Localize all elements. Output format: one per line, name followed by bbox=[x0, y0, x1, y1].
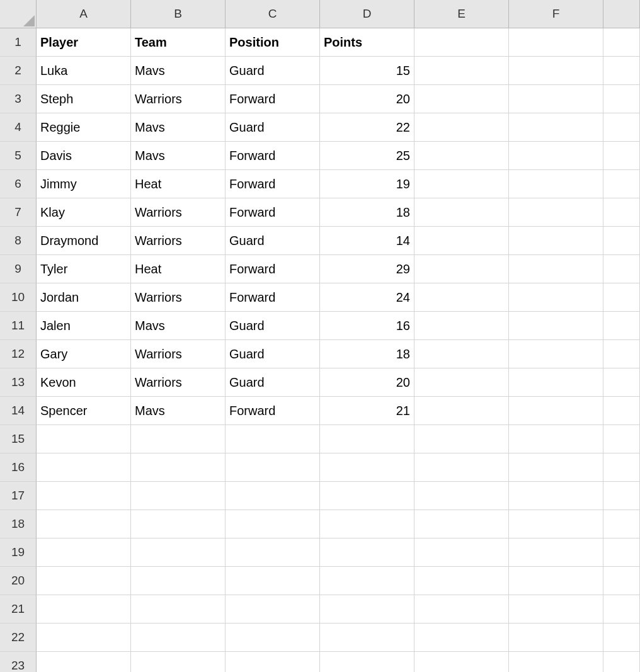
cell-D3[interactable]: 20 bbox=[320, 85, 414, 113]
cell-B2[interactable]: Mavs bbox=[131, 57, 226, 85]
cell-A12[interactable]: Gary bbox=[37, 340, 131, 368]
cell-C3[interactable]: Forward bbox=[226, 85, 320, 113]
cell-E21[interactable] bbox=[414, 595, 509, 624]
cell-overflow-16[interactable] bbox=[603, 453, 640, 482]
cell-A10[interactable]: Jordan bbox=[37, 283, 131, 312]
cell-E3[interactable] bbox=[414, 85, 509, 113]
row-header-5[interactable]: 5 bbox=[0, 142, 37, 170]
row-header-9[interactable]: 9 bbox=[0, 255, 37, 283]
cell-E2[interactable] bbox=[414, 57, 509, 85]
cell-F14[interactable] bbox=[509, 397, 603, 425]
cell-D10[interactable]: 24 bbox=[320, 283, 414, 312]
col-header-B[interactable]: B bbox=[131, 0, 226, 28]
row-header-1[interactable]: 1 bbox=[0, 28, 37, 57]
col-header-C[interactable]: C bbox=[226, 0, 320, 28]
cell-C18[interactable] bbox=[226, 510, 320, 538]
cell-overflow-13[interactable] bbox=[603, 368, 640, 397]
cell-overflow-22[interactable] bbox=[603, 624, 640, 652]
col-header-E[interactable]: E bbox=[414, 0, 509, 28]
cell-F23[interactable] bbox=[509, 652, 603, 672]
cell-D4[interactable]: 22 bbox=[320, 113, 414, 142]
row-header-3[interactable]: 3 bbox=[0, 85, 37, 113]
cell-A3[interactable]: Steph bbox=[37, 85, 131, 113]
cell-B10[interactable]: Warriors bbox=[131, 283, 226, 312]
cell-overflow-7[interactable] bbox=[603, 198, 640, 227]
cell-C2[interactable]: Guard bbox=[226, 57, 320, 85]
cell-D15[interactable] bbox=[320, 425, 414, 453]
cell-A17[interactable] bbox=[37, 482, 131, 510]
row-header-20[interactable]: 20 bbox=[0, 567, 37, 595]
cell-E1[interactable] bbox=[414, 28, 509, 57]
cell-B6[interactable]: Heat bbox=[131, 170, 226, 198]
cell-B7[interactable]: Warriors bbox=[131, 198, 226, 227]
cell-D6[interactable]: 19 bbox=[320, 170, 414, 198]
cell-E6[interactable] bbox=[414, 170, 509, 198]
cell-F6[interactable] bbox=[509, 170, 603, 198]
cell-B4[interactable]: Mavs bbox=[131, 113, 226, 142]
row-header-21[interactable]: 21 bbox=[0, 595, 37, 624]
cell-overflow-8[interactable] bbox=[603, 227, 640, 255]
cell-B22[interactable] bbox=[131, 624, 226, 652]
cell-C12[interactable]: Guard bbox=[226, 340, 320, 368]
cell-E15[interactable] bbox=[414, 425, 509, 453]
cell-D12[interactable]: 18 bbox=[320, 340, 414, 368]
cell-D18[interactable] bbox=[320, 510, 414, 538]
row-header-17[interactable]: 17 bbox=[0, 482, 37, 510]
cell-F22[interactable] bbox=[509, 624, 603, 652]
cell-B1[interactable]: Team bbox=[131, 28, 226, 57]
cell-E16[interactable] bbox=[414, 453, 509, 482]
cell-overflow-18[interactable] bbox=[603, 510, 640, 538]
cell-B17[interactable] bbox=[131, 482, 226, 510]
cell-E17[interactable] bbox=[414, 482, 509, 510]
cell-D9[interactable]: 29 bbox=[320, 255, 414, 283]
cell-A4[interactable]: Reggie bbox=[37, 113, 131, 142]
cell-overflow-20[interactable] bbox=[603, 567, 640, 595]
row-header-11[interactable]: 11 bbox=[0, 312, 37, 340]
cell-C13[interactable]: Guard bbox=[226, 368, 320, 397]
cell-D20[interactable] bbox=[320, 567, 414, 595]
cell-E20[interactable] bbox=[414, 567, 509, 595]
cell-C14[interactable]: Forward bbox=[226, 397, 320, 425]
cell-overflow-19[interactable] bbox=[603, 538, 640, 567]
cell-A16[interactable] bbox=[37, 453, 131, 482]
cell-A11[interactable]: Jalen bbox=[37, 312, 131, 340]
cell-overflow-11[interactable] bbox=[603, 312, 640, 340]
cell-F3[interactable] bbox=[509, 85, 603, 113]
cell-F9[interactable] bbox=[509, 255, 603, 283]
cell-overflow-5[interactable] bbox=[603, 142, 640, 170]
row-header-14[interactable]: 14 bbox=[0, 397, 37, 425]
cell-F21[interactable] bbox=[509, 595, 603, 624]
cell-F7[interactable] bbox=[509, 198, 603, 227]
cell-C8[interactable]: Guard bbox=[226, 227, 320, 255]
cell-D2[interactable]: 15 bbox=[320, 57, 414, 85]
cell-D21[interactable] bbox=[320, 595, 414, 624]
cell-B20[interactable] bbox=[131, 567, 226, 595]
cell-B12[interactable]: Warriors bbox=[131, 340, 226, 368]
cell-overflow-1[interactable] bbox=[603, 28, 640, 57]
cell-D1[interactable]: Points bbox=[320, 28, 414, 57]
cell-C19[interactable] bbox=[226, 538, 320, 567]
cell-overflow-6[interactable] bbox=[603, 170, 640, 198]
cell-F19[interactable] bbox=[509, 538, 603, 567]
cell-E8[interactable] bbox=[414, 227, 509, 255]
cell-E23[interactable] bbox=[414, 652, 509, 672]
cell-D14[interactable]: 21 bbox=[320, 397, 414, 425]
cell-A22[interactable] bbox=[37, 624, 131, 652]
cell-overflow-3[interactable] bbox=[603, 85, 640, 113]
cell-F18[interactable] bbox=[509, 510, 603, 538]
row-header-23[interactable]: 23 bbox=[0, 652, 37, 672]
cell-overflow-4[interactable] bbox=[603, 113, 640, 142]
cell-A15[interactable] bbox=[37, 425, 131, 453]
row-header-8[interactable]: 8 bbox=[0, 227, 37, 255]
row-header-13[interactable]: 13 bbox=[0, 368, 37, 397]
col-header-D[interactable]: D bbox=[320, 0, 414, 28]
row-header-7[interactable]: 7 bbox=[0, 198, 37, 227]
cell-B21[interactable] bbox=[131, 595, 226, 624]
cell-D8[interactable]: 14 bbox=[320, 227, 414, 255]
col-header-F[interactable]: F bbox=[509, 0, 603, 28]
cell-B18[interactable] bbox=[131, 510, 226, 538]
cell-D13[interactable]: 20 bbox=[320, 368, 414, 397]
cell-A20[interactable] bbox=[37, 567, 131, 595]
cell-E11[interactable] bbox=[414, 312, 509, 340]
cell-A1[interactable]: Player bbox=[37, 28, 131, 57]
